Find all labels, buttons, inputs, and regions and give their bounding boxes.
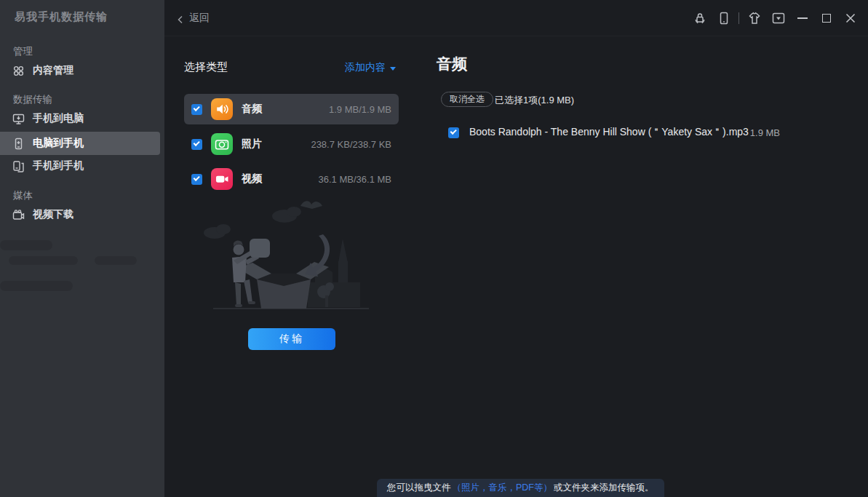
maximize-icon: [822, 14, 831, 23]
grid-icon: [12, 65, 25, 77]
type-size: 1.9 MB/1.9 MB: [329, 104, 391, 115]
type-label: 音频: [242, 103, 262, 116]
sidebar: 易我手机数据传输 管理 内容管理 数据传输 手机到电脑 电脑到手机 手机到手机 …: [0, 0, 164, 497]
chevron-down-icon: [390, 67, 396, 71]
sidebar-item-label: 电脑到手机: [33, 137, 84, 150]
camera-icon: [211, 133, 233, 155]
topbar-divider: [738, 12, 739, 24]
sidebar-section-media: 媒体: [13, 189, 33, 202]
check-icon: [194, 175, 200, 181]
sidebar-ghost-shape: [0, 240, 52, 250]
screen-unlock-icon[interactable]: [688, 0, 712, 36]
phone-icon[interactable]: [712, 0, 736, 36]
sidebar-item-label: 内容管理: [33, 64, 73, 77]
add-content-button[interactable]: 添加内容: [345, 61, 396, 74]
sidebar-item-pc-to-phone[interactable]: 电脑到手机: [0, 132, 160, 155]
hint-prefix: 您可以拖曳文件: [387, 482, 451, 494]
minimize-button[interactable]: [790, 0, 814, 36]
pc-to-phone-icon: [12, 138, 25, 150]
sidebar-item-video-download[interactable]: 视频下载: [0, 204, 164, 226]
video-download-icon: [12, 209, 25, 221]
type-size: 238.7 KB/238.7 KB: [311, 139, 391, 150]
app-window: { "app": { "title": "易我手机数据传输" }, "sideb…: [0, 0, 868, 497]
back-button[interactable]: 返回: [176, 12, 210, 25]
sidebar-item-phone-to-phone[interactable]: 手机到手机: [0, 155, 164, 177]
sidebar-item-phone-to-pc[interactable]: 手机到电脑: [0, 108, 164, 130]
photo-checkbox[interactable]: [191, 139, 202, 150]
sidebar-section-transfer: 数据传输: [13, 93, 52, 106]
type-row-audio[interactable]: 音频 1.9 MB/1.9 MB: [184, 94, 399, 124]
bird-silhouette: [300, 201, 322, 209]
menu-dropdown-icon[interactable]: [766, 0, 790, 36]
file-name: Boots Randolph - The Benny Hill Show (＂Y…: [469, 126, 749, 139]
check-icon: [194, 140, 200, 146]
type-row-video[interactable]: 视频 36.1 MB/36.1 MB: [184, 164, 399, 194]
type-label: 视频: [242, 172, 262, 186]
file-size: 1.9 MB: [750, 127, 780, 138]
sidebar-item-label: 手机到电脑: [33, 112, 84, 125]
detail-panel-title: 音频: [437, 54, 467, 74]
sidebar-ghost-shape: [95, 256, 137, 265]
theme-tshirt-icon[interactable]: [742, 0, 766, 36]
audio-speaker-icon: [211, 98, 233, 120]
maximize-button[interactable]: [814, 0, 838, 36]
chevron-left-icon: [176, 14, 185, 23]
check-icon: [450, 128, 457, 135]
topbar-actions: [688, 0, 862, 36]
check-icon: [194, 105, 200, 111]
hint-suffix: 或文件夹来添加传输项。: [554, 482, 654, 494]
video-checkbox[interactable]: [191, 174, 202, 185]
app-title: 易我手机数据传输: [15, 10, 108, 24]
phone-to-phone-icon: [12, 160, 25, 172]
type-row-photo[interactable]: 照片 238.7 KB/238.7 KB: [184, 129, 399, 159]
video-camera-icon: [211, 168, 233, 190]
add-content-label: 添加内容: [345, 61, 386, 74]
sidebar-item-label: 手机到手机: [33, 159, 84, 172]
transfer-button[interactable]: 传输: [248, 328, 335, 350]
deselect-all-button[interactable]: 取消全选: [441, 92, 493, 107]
type-panel-title: 选择类型: [184, 60, 228, 74]
selection-summary: 已选择1项(1.9 MB): [495, 94, 574, 107]
sidebar-ghost-shape: [9, 256, 78, 265]
phone-to-pc-icon: [12, 113, 25, 125]
audio-checkbox[interactable]: [191, 104, 202, 115]
topbar: 返回: [164, 0, 868, 36]
close-icon: [845, 12, 856, 24]
close-button[interactable]: [838, 0, 862, 36]
back-label: 返回: [189, 12, 210, 25]
sidebar-section-management: 管理: [13, 45, 33, 58]
file-checkbox[interactable]: [448, 127, 459, 138]
hint-highlight: （照片，音乐，PDF等）: [453, 482, 553, 494]
type-label: 照片: [242, 138, 262, 151]
sidebar-item-content-management[interactable]: 内容管理: [0, 60, 164, 81]
drag-drop-hint: 您可以拖曳文件 （照片，音乐，PDF等） 或文件夹来添加传输项。: [377, 479, 664, 497]
sidebar-item-label: 视频下载: [33, 208, 73, 221]
type-size: 36.1 MB/36.1 MB: [319, 174, 391, 185]
minimize-icon: [797, 17, 808, 19]
sidebar-ghost-shape: [0, 281, 73, 291]
file-row[interactable]: Boots Randolph - The Benny Hill Show (＂Y…: [441, 122, 780, 143]
transfer-illustration: [186, 194, 397, 323]
